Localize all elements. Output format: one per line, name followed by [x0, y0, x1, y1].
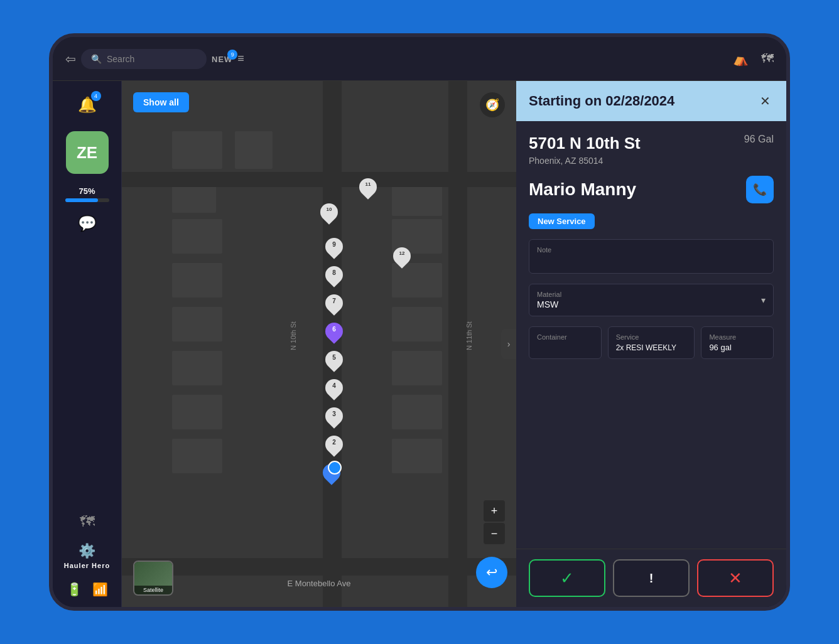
- map-pin-7[interactable]: 7: [325, 294, 343, 316]
- street-label-10th: N 10th St: [290, 321, 297, 350]
- building: [392, 395, 442, 429]
- notification-button[interactable]: 🔔 4: [73, 91, 101, 119]
- progress-bar: [65, 198, 109, 202]
- map-pin-8[interactable]: 8: [325, 266, 343, 287]
- container-field[interactable]: Container: [529, 326, 602, 359]
- search-icon: 🔍: [91, 54, 102, 64]
- measure-field[interactable]: Measure 96 gal: [701, 326, 774, 359]
- customer-row: Mario Manny 📞: [529, 176, 774, 203]
- progress-section: 75%: [65, 186, 109, 202]
- right-panel: Starting on 02/28/2024 ✕ 5701 N 10th St …: [516, 81, 786, 607]
- main-content: 🔔 4 ZE 75% 💬 🗺 ⚙️ Hauler Hero 🔋 📶: [53, 81, 786, 607]
- measure-label: Measure: [709, 333, 766, 341]
- compass-button[interactable]: 🧭: [480, 92, 505, 117]
- service-field[interactable]: Service 2x RESI WEEKLY: [608, 326, 695, 359]
- notif-count: 4: [91, 91, 101, 101]
- address-row: 5701 N 10th St Phoenix, AZ 85014 96 Gal: [529, 134, 774, 166]
- zoom-in-button[interactable]: +: [484, 500, 505, 522]
- navigation-button[interactable]: ↩: [476, 557, 507, 588]
- map-pin-3[interactable]: 3: [325, 407, 343, 429]
- filter-icon[interactable]: ≡: [237, 52, 244, 65]
- street-label-montebello: E Montebello Ave: [288, 579, 351, 588]
- map-pin-11[interactable]: 11: [359, 178, 377, 200]
- wifi-icon: 📶: [92, 582, 108, 597]
- search-label: Search: [107, 54, 134, 64]
- service-label: Service: [616, 333, 687, 341]
- logo-text: Hauler Hero: [64, 562, 110, 569]
- confirm-button[interactable]: ✓: [529, 559, 605, 597]
- material-field[interactable]: Material MSW ▾: [529, 284, 774, 316]
- building: [172, 307, 222, 341]
- service-value: 2x RESI WEEKLY: [616, 343, 676, 352]
- map-pin-10[interactable]: 10: [320, 203, 338, 225]
- building: [392, 439, 442, 473]
- back-icon[interactable]: ⇦: [65, 51, 76, 67]
- material-label: Material: [537, 291, 561, 298]
- map-pin-4[interactable]: 4: [325, 379, 343, 400]
- cancel-button[interactable]: ✕: [697, 559, 774, 597]
- map-pin-5[interactable]: 5: [325, 351, 343, 372]
- pin-cluster: [328, 461, 342, 475]
- progress-fill: [65, 198, 99, 202]
- logo-area: ⚙️ Hauler Hero: [64, 543, 110, 569]
- building: [172, 439, 222, 473]
- building: [235, 131, 273, 169]
- map-pin-2[interactable]: 2: [325, 436, 343, 457]
- building: [172, 219, 222, 254]
- map-area: Show all 🧭 1 2 3 4 5 6: [122, 81, 516, 607]
- building: [172, 395, 222, 429]
- dropdown-arrow: ▾: [761, 295, 766, 305]
- service-badge: New Service: [529, 213, 595, 229]
- progress-label: 75%: [78, 186, 95, 196]
- zoom-out-button[interactable]: −: [484, 523, 505, 544]
- panel-footer: ✓ ! ✕: [516, 549, 786, 607]
- chevron-button[interactable]: ›: [501, 329, 516, 359]
- container-label: Container: [537, 333, 593, 341]
- map-pin-12[interactable]: 12: [393, 247, 411, 269]
- close-button[interactable]: ✕: [756, 92, 774, 110]
- avatar[interactable]: ZE: [66, 131, 109, 174]
- map-outline-icon[interactable]: 🗺: [80, 513, 95, 530]
- gal-label: 96 Gal: [744, 134, 774, 145]
- building: [172, 131, 222, 169]
- building: [172, 351, 222, 385]
- street-label-11th: N 11th St: [465, 321, 473, 350]
- top-bar-right: ⛺ 🗺: [733, 51, 774, 67]
- road-11th: [448, 81, 467, 607]
- service-badge-row: New Service: [529, 213, 774, 229]
- map-icon[interactable]: 🗺: [761, 51, 774, 66]
- battery-icon: 🔋: [67, 582, 82, 597]
- road-montebello: [122, 558, 516, 576]
- building: [392, 307, 442, 341]
- phone-button[interactable]: 📞: [746, 176, 774, 203]
- address-block: 5701 N 10th St Phoenix, AZ 85014: [529, 134, 641, 166]
- material-field-group: Material MSW ▾: [529, 284, 774, 316]
- tent-icon[interactable]: ⛺: [733, 51, 749, 67]
- note-field[interactable]: Note: [529, 239, 774, 274]
- road-10th: [323, 81, 342, 607]
- alert-icon: !: [649, 571, 654, 586]
- address-main: 5701 N 10th St: [529, 134, 641, 153]
- top-bar: ⇦ 🔍 Search NEW 9 ≡ ⛺ 🗺: [53, 37, 786, 81]
- confirm-icon: ✓: [560, 569, 574, 588]
- compass-icon: 🧭: [485, 98, 499, 112]
- message-icon[interactable]: 💬: [78, 215, 97, 232]
- show-all-button[interactable]: Show all: [133, 92, 189, 112]
- search-bar[interactable]: 🔍 Search: [81, 49, 207, 69]
- map-background: [122, 81, 516, 607]
- bottom-icons: 🔋 📶: [67, 582, 108, 597]
- customer-name: Mario Manny: [529, 180, 636, 200]
- map-pin-9[interactable]: 9: [325, 238, 343, 259]
- new-count-badge: 9: [227, 50, 237, 60]
- address-sub: Phoenix, AZ 85014: [529, 156, 641, 166]
- road-top: [122, 172, 516, 187]
- building: [392, 351, 442, 385]
- panel-body: 5701 N 10th St Phoenix, AZ 85014 96 Gal …: [516, 121, 786, 549]
- panel-header-title: Starting on 02/28/2024: [529, 93, 674, 109]
- satellite-label: Satellite: [134, 586, 172, 594]
- map-pin-6[interactable]: 6: [325, 323, 343, 344]
- alert-button[interactable]: !: [613, 559, 690, 597]
- sidebar: 🔔 4 ZE 75% 💬 🗺 ⚙️ Hauler Hero 🔋 📶: [53, 81, 122, 607]
- satellite-thumbnail[interactable]: Satellite: [133, 561, 173, 596]
- building: [172, 263, 222, 298]
